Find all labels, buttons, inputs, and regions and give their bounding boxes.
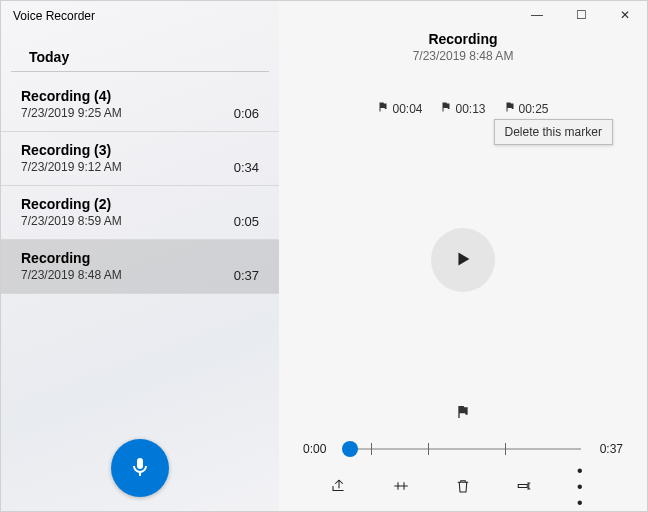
close-button[interactable]: ✕	[603, 1, 647, 29]
window-controls: — ☐ ✕	[515, 1, 647, 29]
recording-item[interactable]: Recording 7/23/2019 8:48 AM 0:37	[1, 240, 279, 294]
rename-icon	[516, 477, 534, 498]
recording-date: 7/23/2019 9:12 AM	[21, 160, 122, 174]
delete-button[interactable]	[453, 477, 473, 497]
timeline-row: 0:00 0:37	[279, 441, 647, 457]
play-button[interactable]	[431, 228, 495, 292]
detail-title: Recording	[279, 31, 647, 47]
action-bar: • • •	[279, 477, 647, 511]
recording-title: Recording (4)	[21, 88, 122, 104]
marker-time: 00:13	[455, 102, 485, 116]
timeline-tick	[505, 443, 506, 455]
markers-row: 00:04 00:13 00:25 Delete this marker	[279, 101, 647, 116]
detail-pane: — ☐ ✕ Recording 7/23/2019 8:48 AM 00:04 …	[279, 1, 647, 511]
share-icon	[330, 477, 348, 498]
recording-date: 7/23/2019 8:59 AM	[21, 214, 122, 228]
trim-button[interactable]	[391, 477, 411, 497]
recording-title: Recording (3)	[21, 142, 122, 158]
play-icon	[452, 248, 474, 273]
flag-icon	[504, 101, 516, 116]
recording-duration: 0:34	[234, 142, 259, 175]
delete-marker-tooltip[interactable]: Delete this marker	[494, 119, 613, 145]
timeline-thumb[interactable]	[342, 441, 358, 457]
total-duration: 0:37	[593, 442, 623, 456]
marker-time: 00:04	[392, 102, 422, 116]
recording-duration: 0:05	[234, 196, 259, 229]
maximize-button[interactable]: ☐	[559, 1, 603, 29]
timeline-tick	[428, 443, 429, 455]
recording-duration: 0:06	[234, 88, 259, 121]
recording-duration: 0:37	[234, 250, 259, 283]
record-button[interactable]	[111, 439, 169, 497]
detail-date: 7/23/2019 8:48 AM	[279, 49, 647, 63]
marker-item[interactable]: 00:25 Delete this marker	[504, 101, 549, 116]
sidebar: Voice Recorder Today Recording (4) 7/23/…	[1, 1, 279, 511]
recording-date: 7/23/2019 9:25 AM	[21, 106, 122, 120]
voice-recorder-window: Voice Recorder Today Recording (4) 7/23/…	[0, 0, 648, 512]
recording-title: Recording (2)	[21, 196, 122, 212]
flag-icon	[455, 408, 471, 423]
timeline-slider[interactable]	[345, 441, 581, 457]
recording-item[interactable]: Recording (2) 7/23/2019 8:59 AM 0:05	[1, 186, 279, 240]
recording-item[interactable]: Recording (3) 7/23/2019 9:12 AM 0:34	[1, 132, 279, 186]
play-area	[279, 116, 647, 404]
marker-time: 00:25	[519, 102, 549, 116]
share-button[interactable]	[329, 477, 349, 497]
ellipsis-icon: • • •	[577, 463, 597, 511]
flag-icon	[440, 101, 452, 116]
add-marker-button[interactable]	[455, 404, 471, 423]
trash-icon	[454, 477, 472, 498]
recording-item[interactable]: Recording (4) 7/23/2019 9:25 AM 0:06	[1, 78, 279, 132]
section-heading-today: Today	[11, 27, 269, 72]
flag-icon	[377, 101, 389, 116]
add-marker-row	[279, 404, 647, 423]
trim-icon	[392, 477, 410, 498]
rename-button[interactable]	[515, 477, 535, 497]
marker-item[interactable]: 00:13	[440, 101, 485, 116]
app-title: Voice Recorder	[1, 1, 279, 27]
microphone-icon	[128, 455, 152, 482]
playback-position: 0:00	[303, 442, 333, 456]
recording-title: Recording	[21, 250, 122, 266]
timeline-tick	[371, 443, 372, 455]
marker-item[interactable]: 00:04	[377, 101, 422, 116]
timeline-track	[345, 449, 581, 450]
recording-date: 7/23/2019 8:48 AM	[21, 268, 122, 282]
minimize-button[interactable]: —	[515, 1, 559, 29]
more-button[interactable]: • • •	[577, 477, 597, 497]
